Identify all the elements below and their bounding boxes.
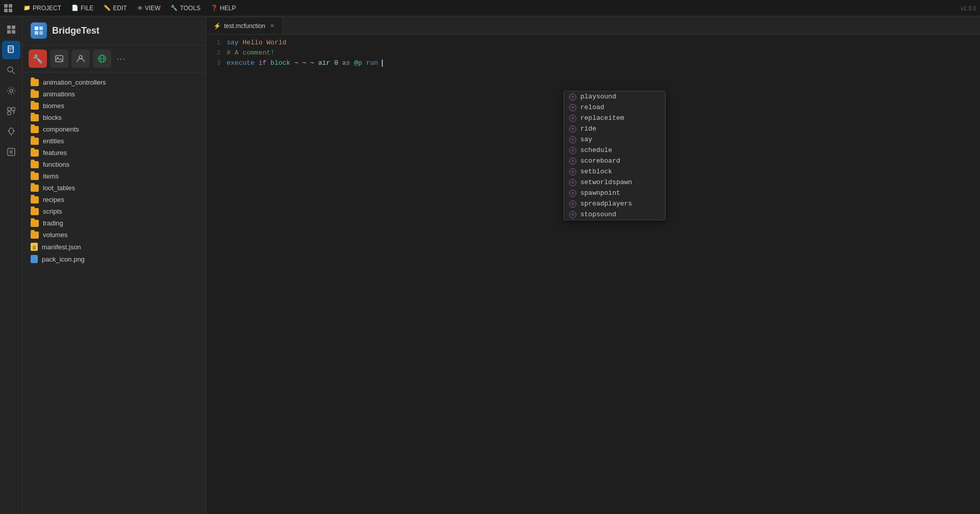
ac-item-reload[interactable]: ⚙ reload [564,102,665,113]
svg-point-10 [10,89,13,92]
version-label: v2.3.0 [961,5,976,11]
svg-point-26 [79,56,82,59]
ac-item-spawnpoint[interactable]: ⚙ spawnpoint [564,188,665,198]
view-icon: 👁 [137,5,143,11]
ac-item-replaceitem[interactable]: ⚙ replaceitem [564,113,665,123]
folder-trading[interactable]: trading [22,217,206,229]
folder-loot-tables[interactable]: loot_tables [22,182,206,194]
svg-rect-1 [12,25,15,29]
folder-icon [31,208,39,215]
file-icon: 📄 [71,5,79,11]
iconbar-extensions[interactable] [2,102,20,120]
iconbar-search[interactable] [2,61,20,80]
ac-icon-say: ⚙ [569,136,576,143]
line-number-1: 1 [206,39,227,46]
ac-icon-setworldspawn: ⚙ [569,179,576,186]
folder-functions[interactable]: functions [22,159,206,170]
folder-icon [31,185,39,192]
ac-item-stopsound[interactable]: ⚙ stopsound [564,209,665,220]
ac-icon-spawnpoint: ⚙ [569,190,576,197]
image-button[interactable] [50,49,68,68]
folder-icon [31,173,39,180]
folder-recipes[interactable]: recipes [22,194,206,205]
svg-rect-22 [35,31,38,35]
logo-grid-icon [4,4,12,12]
folder-icon [31,220,39,227]
png-icon [31,255,38,263]
svg-rect-12 [12,108,15,111]
file-pack-icon-png[interactable]: pack_icon.png [22,253,206,265]
svg-rect-5 [8,47,13,48]
line-number-3: 3 [206,60,227,67]
ac-item-say[interactable]: ⚙ say [564,134,665,145]
folder-items[interactable]: items [22,170,206,182]
iconbar-settings[interactable] [2,82,20,100]
svg-rect-20 [35,27,38,30]
more-button[interactable]: ⋯ [116,53,126,64]
ac-item-schedule[interactable]: ⚙ schedule [564,145,665,156]
main-content: BridgeTest 🔧 [0,16,980,514]
svg-point-8 [8,67,13,72]
folder-icon [31,196,39,203]
folder-icon [31,102,39,110]
file-tree: animation_controllers animations biomes … [22,72,206,514]
folder-icon [31,79,39,86]
svg-rect-2 [7,30,11,34]
svg-rect-3 [12,30,15,34]
svg-rect-24 [56,56,63,62]
folder-features[interactable]: features [22,147,206,159]
ac-item-playsound[interactable]: ⚙ playsound [564,91,665,102]
help-icon: ❓ [211,5,218,11]
folder-components[interactable]: components [22,123,206,135]
folder-entities[interactable]: entities [22,135,206,147]
file-manifest-json[interactable]: {} manifest.json [22,241,206,253]
iconbar-grid[interactable] [2,20,20,39]
folder-animations[interactable]: animations [22,88,206,100]
sidebar-toolbar: 🔧 ⋯ [22,45,206,72]
icon-bar [0,16,22,514]
svg-rect-23 [39,31,43,35]
line-content-2: # A comment! [227,49,980,57]
ac-item-setblock[interactable]: ⚙ setblock [564,166,665,177]
ac-item-spreadplayers[interactable]: ⚙ spreadplayers [564,198,665,209]
menu-tools[interactable]: 🔧 TOOLS [166,3,204,14]
menu-edit[interactable]: ✏️ EDIT [100,3,131,14]
menu-file[interactable]: 📄 FILE [67,3,97,14]
folder-blocks[interactable]: blocks [22,112,206,123]
folder-icon [31,161,39,168]
ac-item-ride[interactable]: ⚙ ride [564,123,665,134]
globe-button[interactable] [93,49,111,68]
ac-item-scoreboard[interactable]: ⚙ scoreboard [564,156,665,166]
tab-close-button[interactable]: ✕ [268,22,276,30]
svg-rect-11 [8,108,11,111]
folder-scripts[interactable]: scripts [22,205,206,217]
code-editor[interactable]: 1 say Hello World 2 # A comment! 3 execu… [206,35,980,514]
tab-test-mcfunction[interactable]: ⚡ test.mcfunction ✕ [206,17,283,34]
person-button[interactable] [71,49,90,68]
menu-help[interactable]: ❓ HELP [207,3,240,14]
autocomplete-dropdown: ⚙ playsound ⚙ reload ⚙ replaceitem ⚙ rid… [564,91,666,220]
code-line-3: 3 execute if block ~ ~ ~ air 0 as @p run [206,59,980,69]
code-line-1: 1 say Hello World [206,39,980,49]
iconbar-debug[interactable] [2,122,20,141]
ac-icon-setblock: ⚙ [569,168,576,175]
ac-item-setworldspawn[interactable]: ⚙ setworldspawn [564,177,665,188]
json-icon: {} [31,243,38,251]
menu-project[interactable]: 📁 PROJECT [19,3,65,14]
folder-icon [31,114,39,121]
tab-bar: ⚡ test.mcfunction ✕ [206,16,980,35]
folder-animation-controllers[interactable]: animation_controllers [22,76,206,88]
ac-icon-scoreboard: ⚙ [569,158,576,165]
folder-icon [31,232,39,239]
iconbar-error[interactable] [2,143,20,161]
ac-icon-spreadplayers: ⚙ [569,200,576,208]
folder-volumes[interactable]: volumes [22,229,206,241]
wrench-button[interactable]: 🔧 [29,49,47,68]
menu-view[interactable]: 👁 VIEW [133,3,165,14]
iconbar-files[interactable] [2,41,20,59]
sidebar: BridgeTest 🔧 [22,16,206,514]
code-line-2: 2 # A comment! [206,49,980,59]
project-icon: 📁 [23,5,31,11]
folder-biomes[interactable]: biomes [22,100,206,112]
folder-icon [31,138,39,145]
